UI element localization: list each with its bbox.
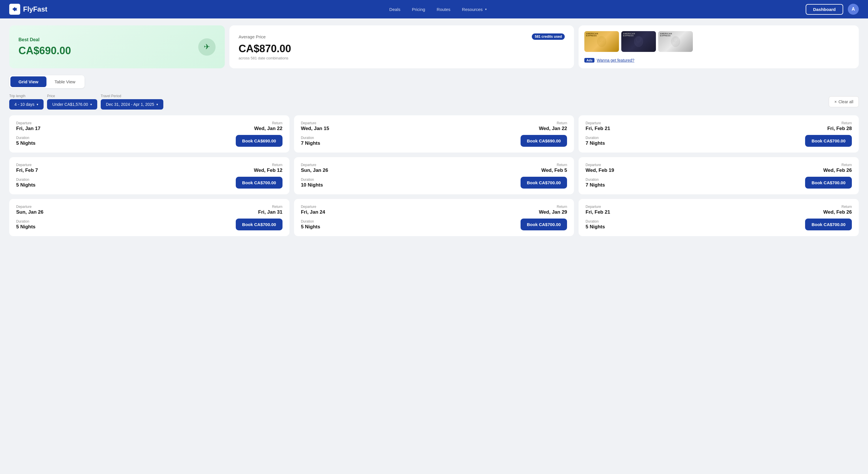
flight-icon: ✈	[198, 38, 216, 56]
book-button[interactable]: Book CA$700.00	[805, 177, 852, 189]
duration-value: 5 Nights	[301, 224, 320, 230]
flight-card-header-row: Departure Wed, Feb 19 Return Wed, Feb 26	[586, 163, 852, 173]
filters-row: Trip length 4 - 10 days ▾ Price Under CA…	[9, 94, 859, 109]
return-value: Wed, Feb 5	[541, 168, 567, 173]
departure-value: Fri, Jan 17	[16, 126, 40, 132]
flight-card: Departure Sun, Jan 26 Return Wed, Feb 5 …	[294, 157, 574, 194]
ads-label: Ads	[584, 58, 594, 63]
best-deal-card: Best Deal CA$690.00 ✈	[9, 25, 225, 68]
flight-card: Departure Sun, Jan 26 Return Fri, Jan 31…	[9, 199, 289, 236]
departure-col: Departure Fri, Feb 21	[586, 121, 610, 132]
return-label: Return	[254, 121, 282, 125]
duration-label: Duration	[16, 136, 35, 140]
duration-value: 7 Nights	[586, 182, 605, 188]
credit-cards-row: AMERICANEXPRESS AMERICANEXPRESS AME	[584, 31, 853, 52]
close-icon: ×	[834, 99, 837, 104]
book-button[interactable]: Book CA$690.00	[521, 135, 567, 147]
flight-card-header-row: Departure Fri, Feb 7 Return Wed, Feb 12	[16, 163, 282, 173]
price-label: Price	[47, 94, 97, 98]
ads-link[interactable]: Wanna get featured?	[597, 58, 634, 63]
price-button[interactable]: Under CA$1,576.00 ▾	[47, 99, 97, 109]
duration-value: 7 Nights	[586, 140, 605, 146]
return-col: Return Wed, Jan 22	[539, 121, 567, 132]
duration-col: Duration 5 Nights	[16, 136, 35, 146]
duration-value: 5 Nights	[586, 224, 605, 230]
departure-label: Departure	[586, 163, 614, 167]
return-value: Wed, Feb 26	[823, 168, 852, 173]
trip-length-button[interactable]: 4 - 10 days ▾	[9, 99, 43, 109]
logo[interactable]: FlyFast	[9, 4, 47, 15]
nav-pricing[interactable]: Pricing	[412, 7, 425, 12]
nav-right: Dashboard A	[806, 4, 859, 15]
return-label: Return	[539, 121, 567, 125]
book-button[interactable]: Book CA$690.00	[236, 135, 282, 147]
return-value: Fri, Feb 28	[827, 126, 852, 132]
avg-price-header: Average Price 581 credits used	[239, 33, 565, 40]
travel-period-button[interactable]: Dec 31, 2024 - Apr 1, 2025 ▾	[101, 99, 163, 109]
flight-card-bottom-row: Duration 5 Nights Book CA$700.00	[586, 218, 852, 230]
flight-card-header-row: Departure Fri, Jan 24 Return Wed, Jan 29	[301, 205, 567, 215]
duration-label: Duration	[16, 178, 35, 182]
flight-card: Departure Fri, Feb 7 Return Wed, Feb 12 …	[9, 157, 289, 194]
departure-value: Sun, Jan 26	[16, 209, 43, 215]
flight-card-header-row: Departure Sun, Jan 26 Return Wed, Feb 5	[301, 163, 567, 173]
chevron-down-icon: ▾	[90, 103, 92, 106]
book-button[interactable]: Book CA$700.00	[236, 218, 282, 230]
return-label: Return	[541, 163, 567, 167]
travel-period-label: Travel Period	[101, 94, 163, 98]
nav-routes[interactable]: Routes	[437, 7, 451, 12]
duration-col: Duration 7 Nights	[301, 136, 320, 146]
table-view-button[interactable]: Table View	[46, 76, 83, 87]
duration-label: Duration	[301, 219, 320, 224]
grid-view-button[interactable]: Grid View	[10, 76, 46, 87]
return-label: Return	[823, 205, 852, 209]
book-button[interactable]: Book CA$700.00	[521, 177, 567, 189]
clear-all-button[interactable]: × Clear all	[829, 96, 859, 107]
nav-deals[interactable]: Deals	[389, 7, 400, 12]
flight-card: Departure Fri, Feb 21 Return Wed, Feb 26…	[579, 199, 859, 236]
avg-price-value: CA$870.00	[239, 43, 565, 55]
duration-label: Duration	[586, 136, 605, 140]
avatar[interactable]: A	[848, 4, 859, 15]
credit-card-black: AMERICANEXPRESS	[621, 31, 656, 52]
logo-text: FlyFast	[23, 5, 47, 13]
departure-label: Departure	[586, 121, 610, 125]
dashboard-button[interactable]: Dashboard	[806, 4, 843, 15]
departure-col: Departure Fri, Feb 7	[16, 163, 38, 173]
departure-col: Departure Fri, Jan 24	[301, 205, 325, 215]
return-value: Wed, Feb 12	[254, 168, 282, 173]
duration-col: Duration 7 Nights	[586, 136, 605, 146]
book-button[interactable]: Book CA$700.00	[805, 135, 852, 147]
chevron-down-icon: ▾	[156, 103, 158, 106]
nav-resources[interactable]: Resources ▾	[462, 7, 487, 12]
departure-value: Fri, Feb 21	[586, 126, 610, 132]
return-label: Return	[823, 163, 852, 167]
svg-point-4	[671, 36, 680, 47]
ads-card: AMERICANEXPRESS AMERICANEXPRESS AME	[579, 25, 859, 68]
book-button[interactable]: Book CA$700.00	[236, 177, 282, 189]
return-label: Return	[539, 205, 567, 209]
flight-card-bottom-row: Duration 5 Nights Book CA$700.00	[301, 218, 567, 230]
ads-footer: Ads Wanna get featured?	[584, 58, 853, 63]
departure-label: Departure	[16, 121, 40, 125]
return-col: Return Wed, Feb 12	[254, 163, 282, 173]
return-col: Return Fri, Feb 28	[827, 121, 852, 132]
duration-col: Duration 5 Nights	[301, 219, 320, 230]
departure-col: Departure Sun, Jan 26	[16, 205, 43, 215]
avg-price-label: Average Price	[239, 34, 266, 39]
return-label: Return	[258, 205, 282, 209]
duration-value: 7 Nights	[301, 140, 320, 146]
book-button[interactable]: Book CA$700.00	[521, 218, 567, 230]
flight-card-bottom-row: Duration 5 Nights Book CA$700.00	[16, 218, 282, 230]
book-button[interactable]: Book CA$700.00	[805, 218, 852, 230]
return-value: Wed, Jan 22	[254, 126, 282, 132]
best-deal-price: CA$690.00	[19, 45, 216, 57]
duration-col: Duration 5 Nights	[16, 219, 35, 230]
flight-card-header-row: Departure Wed, Jan 15 Return Wed, Jan 22	[301, 121, 567, 132]
return-label: Return	[827, 121, 852, 125]
duration-label: Duration	[301, 136, 320, 140]
duration-label: Duration	[586, 219, 605, 224]
flight-card-header-row: Departure Sun, Jan 26 Return Fri, Jan 31	[16, 205, 282, 215]
price-filter-group: Price Under CA$1,576.00 ▾	[47, 94, 97, 109]
departure-label: Departure	[301, 121, 329, 125]
